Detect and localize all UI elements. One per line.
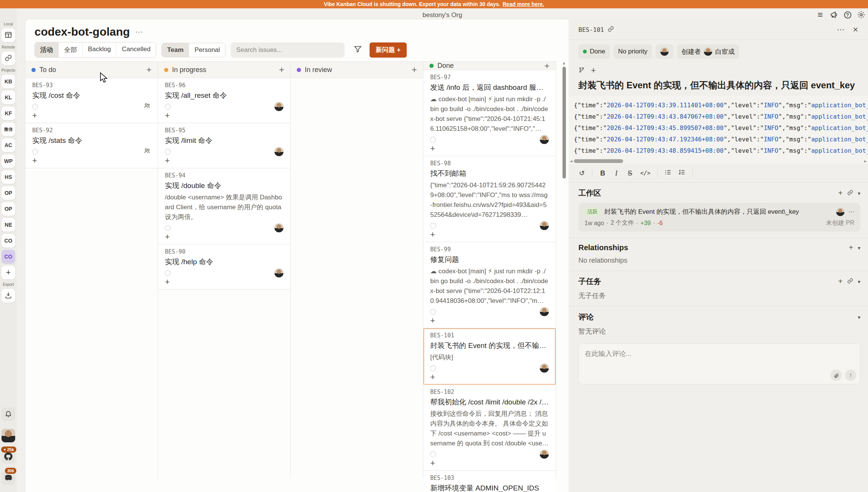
- issue-card-bes-102[interactable]: BES-102帮我初始化 /cost /limit /double /2x /s…: [423, 385, 556, 471]
- filter-funnel-icon[interactable]: [354, 45, 362, 55]
- numbered-list-icon[interactable]: [678, 169, 686, 178]
- workspace-collapse-icon[interactable]: ▾: [858, 190, 860, 196]
- issue-card-bes-103[interactable]: BES-103新增环境变量 ADMIN_OPEN_IDS支持传入多个 strin…: [423, 471, 556, 492]
- undo-icon[interactable]: ↺: [578, 169, 585, 177]
- sidebar-local-board-button[interactable]: [2, 28, 15, 42]
- status-dashed-circle-icon[interactable]: [165, 225, 171, 231]
- comment-input[interactable]: 在此输入评论... ↑: [578, 343, 860, 384]
- status-dashed-circle-icon[interactable]: [165, 270, 171, 276]
- add-branch-icon[interactable]: +: [591, 66, 596, 75]
- issue-description-code-block[interactable]: {"time":"2026-04-12T09:43:39.111401+08:0…: [569, 96, 868, 158]
- add-subissue-button[interactable]: +: [430, 459, 439, 467]
- code-format-icon[interactable]: </>: [640, 170, 650, 177]
- assignee-avatar[interactable]: [540, 221, 549, 230]
- add-workspace-icon[interactable]: +: [838, 189, 843, 197]
- add-subtask-icon[interactable]: +: [838, 277, 843, 286]
- sidebar-project-tile[interactable]: OP: [2, 186, 15, 200]
- scope-tab-Personal[interactable]: Personal: [189, 43, 225, 57]
- issue-card-bes-90[interactable]: BES-90实现 /help 命令+: [158, 244, 290, 290]
- status-dashed-circle-icon[interactable]: [430, 451, 436, 457]
- menu-icon[interactable]: ≡: [816, 10, 825, 19]
- status-dashed-circle-icon[interactable]: [165, 104, 171, 110]
- status-dashed-circle-icon[interactable]: [430, 137, 436, 143]
- sidebar-project-tile[interactable]: KB: [2, 75, 15, 88]
- search-input[interactable]: [231, 42, 345, 58]
- italic-icon[interactable]: I: [613, 169, 620, 177]
- issue-card-bes-96[interactable]: BES-96实现 /all_reset 命令+: [158, 78, 290, 123]
- assignee-people-icon[interactable]: [143, 147, 151, 156]
- sidebar-project-tile[interactable]: CO: [2, 234, 15, 248]
- add-relationship-icon[interactable]: +: [849, 243, 853, 252]
- add-subissue-button[interactable]: +: [32, 157, 41, 165]
- assignee-avatar[interactable]: [540, 135, 549, 144]
- issue-card-bes-93[interactable]: BES-93实现 /cost 命令+: [25, 78, 158, 123]
- add-project-button[interactable]: +: [2, 266, 15, 279]
- assignee-avatar[interactable]: [274, 223, 284, 232]
- add-subissue-button[interactable]: +: [165, 233, 173, 241]
- status-dashed-circle-icon[interactable]: [32, 149, 38, 155]
- filter-tab-活动[interactable]: 活动: [35, 42, 59, 57]
- add-subissue-button[interactable]: +: [430, 144, 439, 153]
- issue-card-bes-97[interactable]: BES-97发送 /info 后，返回 dashboard 服务不可用，…☁ c…: [423, 70, 556, 156]
- scroll-up-arrow[interactable]: ▲: [562, 61, 566, 65]
- assignee-avatar[interactable]: [274, 268, 284, 277]
- issue-card-bes-99[interactable]: BES-99修复问题☁ codex-bot [main] ⚡ just run …: [423, 242, 556, 328]
- sidebar-project-tile[interactable]: OP: [2, 202, 15, 216]
- add-issue-to-column-button[interactable]: +: [279, 66, 284, 74]
- attach-file-button[interactable]: [830, 370, 842, 381]
- export-download-button[interactable]: [2, 289, 15, 302]
- notifications-button[interactable]: [2, 407, 15, 421]
- priority-pill[interactable]: No priority: [614, 44, 652, 59]
- scope-tab-Team[interactable]: Team: [162, 43, 189, 57]
- announcements-megaphone-icon[interactable]: [829, 10, 838, 19]
- copy-link-icon[interactable]: [608, 26, 614, 34]
- sidebar-project-tile[interactable]: 微信: [2, 122, 15, 136]
- sidebar-project-tile[interactable]: AC: [2, 138, 15, 152]
- code-horizontal-scrollbar[interactable]: ◂ ▸: [569, 158, 868, 164]
- submit-comment-button[interactable]: ↑: [845, 370, 856, 381]
- add-subissue-button[interactable]: +: [430, 317, 439, 325]
- filter-tab-Cancelled[interactable]: Cancelled: [116, 42, 156, 57]
- add-subissue-button[interactable]: +: [165, 278, 173, 286]
- issue-card-bes-94[interactable]: BES-94实现 /double 命令/double <username> 效果…: [158, 168, 290, 244]
- filter-tab-Backlog[interactable]: Backlog: [83, 42, 116, 57]
- add-subissue-button[interactable]: +: [430, 230, 439, 239]
- settings-gear-icon[interactable]: [857, 10, 866, 19]
- close-panel-icon[interactable]: ×: [851, 24, 860, 35]
- add-subissue-button[interactable]: +: [165, 157, 173, 165]
- github-button[interactable]: ★25k: [2, 450, 15, 464]
- bullet-list-icon[interactable]: [664, 169, 672, 178]
- issue-card-bes-95[interactable]: BES-95实现 /limit 命令+: [158, 123, 290, 168]
- assignee-pill[interactable]: [656, 44, 673, 59]
- banner-read-more-link[interactable]: Read more here.: [503, 1, 544, 7]
- workspace-card[interactable]: 活跃 封装飞书的 Event 的实现，但不输出具体的内容，只返回 event\_…: [578, 203, 860, 232]
- bold-icon[interactable]: B: [599, 169, 606, 177]
- new-issue-button[interactable]: 新问题 +: [370, 42, 407, 58]
- assignee-avatar[interactable]: [274, 102, 284, 111]
- creator-pill[interactable]: 创建者 白宦成: [677, 44, 739, 59]
- workspace-link-icon[interactable]: [847, 190, 853, 197]
- discord-button[interactable]: 306: [2, 471, 15, 485]
- strikethrough-icon[interactable]: S: [627, 169, 633, 177]
- comments-collapse-icon[interactable]: ▾: [858, 314, 860, 320]
- assignee-avatar[interactable]: [540, 364, 549, 373]
- status-pill[interactable]: Done: [578, 44, 610, 59]
- board-vertical-scrollbar[interactable]: ▲: [562, 61, 566, 179]
- assignee-avatar[interactable]: [540, 307, 549, 316]
- issue-card-bes-92[interactable]: BES-92实现 /stats 命令+: [25, 123, 158, 168]
- relationships-collapse-icon[interactable]: ▾: [858, 245, 860, 251]
- add-subissue-button[interactable]: +: [32, 111, 41, 120]
- sidebar-project-tile[interactable]: KF: [2, 107, 15, 120]
- issue-card-bes-101[interactable]: BES-101封装飞书的 Event 的实现，但不输出具体的…[代码块]+: [423, 328, 556, 385]
- issue-more-icon[interactable]: ⋯: [835, 25, 847, 34]
- assignee-avatar[interactable]: [274, 147, 284, 156]
- add-issue-to-column-button[interactable]: +: [412, 66, 417, 74]
- add-issue-to-column-button[interactable]: +: [146, 66, 152, 74]
- add-subissue-button[interactable]: +: [430, 373, 439, 381]
- workspace-more-icon[interactable]: ⋯: [848, 208, 854, 215]
- filter-tab-全部[interactable]: 全部: [59, 42, 83, 57]
- branch-icon[interactable]: [578, 67, 585, 75]
- issue-card-bes-98[interactable]: BES-98找不到邮箱{"time":"2026-04-10T21:59:26.…: [423, 156, 556, 242]
- add-issue-to-column-button[interactable]: +: [544, 62, 550, 70]
- sidebar-project-tile[interactable]: HS: [2, 170, 15, 184]
